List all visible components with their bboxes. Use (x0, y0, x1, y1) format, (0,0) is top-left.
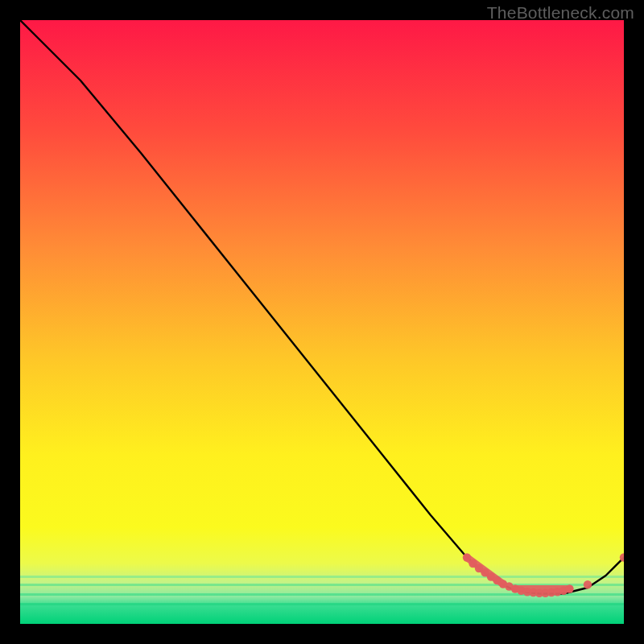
svg-point-21 (565, 584, 573, 592)
svg-point-22 (584, 580, 592, 588)
svg-point-4 (463, 553, 471, 561)
chart-svg (20, 20, 624, 624)
chart-plot-area (20, 20, 624, 624)
gradient-background (20, 20, 624, 624)
attribution-text: TheBottleneck.com (487, 3, 634, 23)
chart-frame: TheBottleneck.com (0, 0, 644, 644)
svg-rect-3 (20, 603, 624, 605)
svg-rect-0 (20, 576, 624, 578)
